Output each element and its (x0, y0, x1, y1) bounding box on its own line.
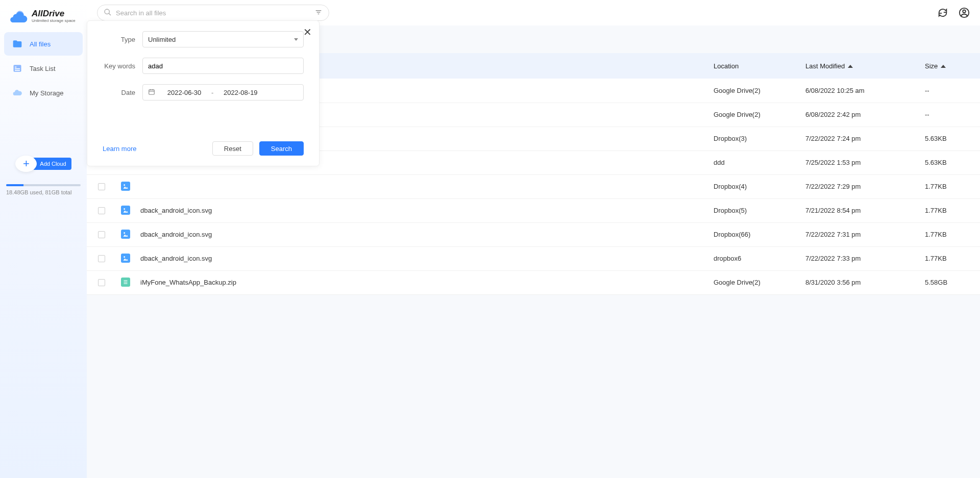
learn-more-link[interactable]: Learn more (103, 145, 136, 153)
svg-rect-19 (122, 231, 129, 238)
reset-button[interactable]: Reset (212, 141, 253, 156)
file-size: 5.63KB (920, 127, 980, 150)
col-size[interactable]: Size (920, 53, 980, 79)
table-row[interactable]: Dropbox(4)7/22/2022 7:29 pm1.77KB (87, 174, 980, 198)
file-location: Dropbox(66) (708, 222, 800, 246)
file-modified: 7/21/2022 8:54 pm (800, 198, 920, 222)
row-checkbox[interactable] (98, 279, 105, 286)
keywords-input[interactable] (148, 62, 298, 70)
file-size: 5.63KB (920, 150, 980, 174)
storage-fill (6, 184, 23, 186)
add-cloud-button[interactable]: + Add Cloud (15, 156, 71, 172)
col-location[interactable]: Location (708, 53, 800, 79)
file-location: ddd (708, 150, 800, 174)
file-location: Dropbox(4) (708, 174, 800, 198)
add-cloud-label: Add Cloud (33, 158, 71, 170)
svg-rect-25 (124, 282, 128, 282)
row-checkbox[interactable] (98, 231, 105, 238)
cloud-icon (12, 88, 22, 98)
file-type-icon (121, 206, 130, 215)
svg-point-22 (124, 256, 125, 258)
svg-point-20 (124, 232, 125, 234)
app-tagline: Unlimited storage space (32, 19, 76, 23)
file-name: iMyFone_WhatsApp_Backup.zip (135, 270, 708, 294)
table-row[interactable]: dback_android_icon.svgdropbox67/22/2022 … (87, 246, 980, 270)
search-icon (104, 8, 112, 18)
row-checkbox[interactable] (98, 207, 105, 214)
chevron-down-icon (294, 38, 298, 41)
file-modified: 8/31/2020 3:56 pm (800, 270, 920, 294)
search-input[interactable] (116, 9, 310, 17)
row-checkbox[interactable] (98, 183, 105, 190)
app-name: AllDrive (32, 9, 76, 18)
calendar-icon (148, 88, 155, 97)
nav-my-storage[interactable]: My Storage (4, 81, 83, 105)
svg-point-4 (105, 9, 109, 14)
file-name (135, 174, 708, 198)
svg-rect-21 (122, 255, 129, 262)
file-modified: 7/22/2022 7:31 pm (800, 222, 920, 246)
svg-rect-1 (15, 67, 16, 68)
file-name: dback_android_icon.svg (135, 246, 708, 270)
date-from-input[interactable] (161, 89, 207, 96)
date-range-input[interactable]: - (142, 84, 304, 100)
svg-rect-26 (124, 283, 128, 284)
svg-rect-2 (15, 68, 20, 69)
svg-rect-24 (124, 281, 128, 281)
file-type-icon (121, 230, 130, 239)
file-size: 1.77KB (920, 198, 980, 222)
logo-cloud-icon (9, 10, 28, 23)
type-label: Type (103, 36, 142, 43)
advanced-search-panel: ✕ Type Unlimited Key words (87, 20, 320, 166)
row-checkbox[interactable] (98, 255, 105, 262)
file-size: 1.77KB (920, 246, 980, 270)
task-list-icon (12, 63, 22, 73)
file-modified: 6/08/2022 2:42 pm (800, 103, 920, 127)
svg-rect-3 (15, 70, 20, 71)
logo: AllDrive Unlimited storage space (4, 5, 83, 32)
svg-rect-11 (149, 89, 155, 94)
file-name: dback_android_icon.svg (135, 222, 708, 246)
file-size: 5.58GB (920, 270, 980, 294)
type-select[interactable]: Unlimited (142, 31, 304, 47)
storage-usage: 18.48GB used, 81GB total (4, 184, 83, 195)
file-size: -- (920, 79, 980, 103)
sort-asc-icon (941, 65, 946, 68)
file-modified: 7/25/2022 1:53 pm (800, 150, 920, 174)
svg-rect-17 (122, 207, 129, 214)
table-row[interactable]: dback_android_icon.svgDropbox(5)7/21/202… (87, 198, 980, 222)
nav-task-list[interactable]: Task List (4, 57, 83, 80)
table-row[interactable]: iMyFone_WhatsApp_Backup.zipGoogle Drive(… (87, 270, 980, 294)
file-location: dropbox6 (708, 246, 800, 270)
file-size: 1.77KB (920, 222, 980, 246)
nav: All files Task List My Storage (4, 32, 83, 105)
date-label: Date (103, 89, 142, 96)
file-modified: 7/22/2022 7:24 pm (800, 127, 920, 150)
filter-icon[interactable] (314, 8, 323, 18)
nav-label: Task List (30, 65, 56, 72)
col-modified[interactable]: Last Modified (800, 53, 920, 79)
file-modified: 7/22/2022 7:29 pm (800, 174, 920, 198)
sidebar: AllDrive Unlimited storage space All fil… (0, 0, 87, 478)
close-icon[interactable]: ✕ (303, 27, 312, 37)
file-modified: 6/08/2022 10:25 am (800, 79, 920, 103)
file-location: Dropbox(3) (708, 127, 800, 150)
file-type-icon (121, 182, 130, 191)
nav-all-files[interactable]: All files (4, 32, 83, 56)
search-box[interactable] (97, 5, 329, 21)
file-modified: 7/22/2022 7:33 pm (800, 246, 920, 270)
folder-icon (12, 39, 22, 49)
svg-line-5 (109, 13, 111, 15)
plus-icon: + (23, 158, 30, 169)
file-location: Google Drive(2) (708, 103, 800, 127)
svg-point-16 (124, 184, 125, 186)
search-button[interactable]: Search (259, 141, 304, 156)
profile-icon[interactable] (959, 7, 970, 18)
sync-icon[interactable] (937, 7, 948, 18)
file-type-icon (121, 278, 130, 287)
keywords-label: Key words (103, 62, 142, 70)
file-location: Google Drive(2) (708, 270, 800, 294)
svg-point-10 (963, 10, 966, 13)
date-to-input[interactable] (217, 89, 263, 96)
table-row[interactable]: dback_android_icon.svgDropbox(66)7/22/20… (87, 222, 980, 246)
